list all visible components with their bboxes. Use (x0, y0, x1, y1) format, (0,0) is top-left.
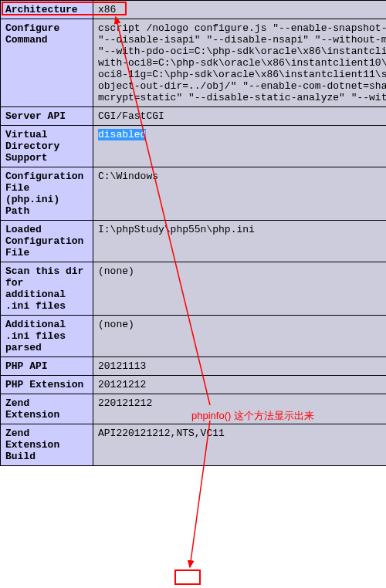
row-label: Zend Extension (1, 394, 93, 424)
row-value: disabled (93, 126, 387, 167)
table-row: Loaded Configuration FileI:\phpStudy\php… (1, 221, 387, 262)
row-value: C:\Windows (93, 167, 387, 221)
row-value: (none) (93, 262, 387, 316)
row-value: 220121212 (93, 394, 387, 424)
selected-text: disabled (98, 129, 146, 140)
row-value: 20121212 (93, 376, 387, 394)
table-row: Zend Extension BuildAPI220121212,NTS,VC1… (1, 424, 387, 466)
table-row: Zend Extension220121212 (1, 394, 387, 424)
row-label: Additional .ini files parsed (1, 316, 93, 357)
row-label: Scan this dir for additional .ini files (1, 262, 93, 316)
table-row: PHP API20121113 (1, 357, 387, 376)
row-value: 20121113 (93, 357, 387, 376)
row-label: Virtual Directory Support (1, 126, 93, 167)
table-row: Additional .ini files parsed(none) (1, 316, 387, 357)
row-label: PHP Extension (1, 376, 93, 394)
table-row: Configure Commandcscript /nologo configu… (1, 19, 387, 107)
row-label: PHP API (1, 357, 93, 376)
table-row: Virtual Directory Supportdisabled (1, 126, 387, 167)
row-value: cscript /nologo configure.js "--enable-s… (93, 19, 387, 107)
row-label: Configure Command (1, 19, 93, 107)
row-value: (none) (93, 316, 387, 357)
table-row: Server APICGI/FastCGI (1, 107, 387, 126)
row-label: Loaded Configuration File (1, 221, 93, 262)
row-value: CGI/FastCGI (93, 107, 387, 126)
table-row: Scan this dir for additional .ini files(… (1, 262, 387, 316)
row-label: Architecture (1, 1, 93, 19)
row-value: x86 (93, 1, 387, 19)
table-row: PHP Extension20121212 (1, 376, 387, 394)
phpinfo-table: Architecturex86Configure Commandcscript … (0, 0, 386, 466)
row-label: Server API (1, 107, 93, 126)
row-value: I:\phpStudy\php55n\php.ini (93, 221, 387, 262)
row-value: API220121212,NTS,VC11 (93, 424, 387, 466)
table-row: Configuration File (php.ini) PathC:\Wind… (1, 167, 387, 221)
row-label: Configuration File (php.ini) Path (1, 167, 93, 221)
highlight-nts (174, 569, 201, 585)
table-row: Architecturex86 (1, 1, 387, 19)
row-label: Zend Extension Build (1, 424, 93, 466)
